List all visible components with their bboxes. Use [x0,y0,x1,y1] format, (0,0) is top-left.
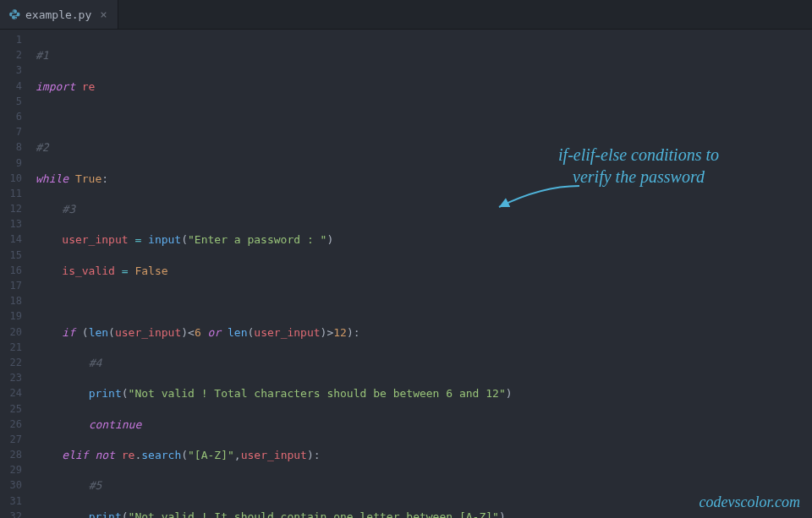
line-number: 27 [0,433,22,448]
line-number: 9 [0,156,22,172]
line-number: 31 [0,494,22,510]
python-icon [8,8,20,20]
close-icon[interactable]: × [98,8,108,21]
line-number: 22 [0,356,22,371]
tab-bar: example.py × [0,0,812,30]
line-number: 20 [0,325,22,341]
line-number: 1 [0,33,22,48]
line-number: 10 [0,172,22,187]
line-number: 25 [0,402,22,417]
watermark: codevscolor.com [700,493,800,511]
line-number: 2 [0,48,22,63]
line-number: 3 [0,63,22,79]
line-number: 28 [0,448,22,463]
line-number-gutter: 1234567891011121314151617181920212223242… [0,30,36,518]
line-number: 13 [0,217,22,232]
line-number: 24 [0,386,22,401]
line-number: 4 [0,79,22,95]
editor: 1234567891011121314151617181920212223242… [0,30,812,518]
line-number: 19 [0,309,22,324]
line-number: 6 [0,110,22,125]
line-number: 5 [0,95,22,110]
line-number: 29 [0,463,22,478]
line-number: 14 [0,232,22,248]
line-number: 11 [0,187,22,202]
line-number: 21 [0,341,22,356]
line-number: 32 [0,510,22,518]
code-area[interactable]: #1 import re #2 while True: #3 user_inpu… [36,30,812,518]
line-number: 16 [0,264,22,279]
line-number: 23 [0,371,22,386]
file-tab[interactable]: example.py × [0,0,118,29]
line-number: 30 [0,478,22,493]
annotation-arrow-icon [491,182,584,215]
line-number: 8 [0,140,22,155]
tab-filename: example.py [25,8,91,21]
line-number: 17 [0,279,22,294]
line-number: 18 [0,294,22,309]
line-number: 15 [0,248,22,264]
line-number: 7 [0,125,22,140]
line-number: 12 [0,202,22,217]
line-number: 26 [0,417,22,433]
